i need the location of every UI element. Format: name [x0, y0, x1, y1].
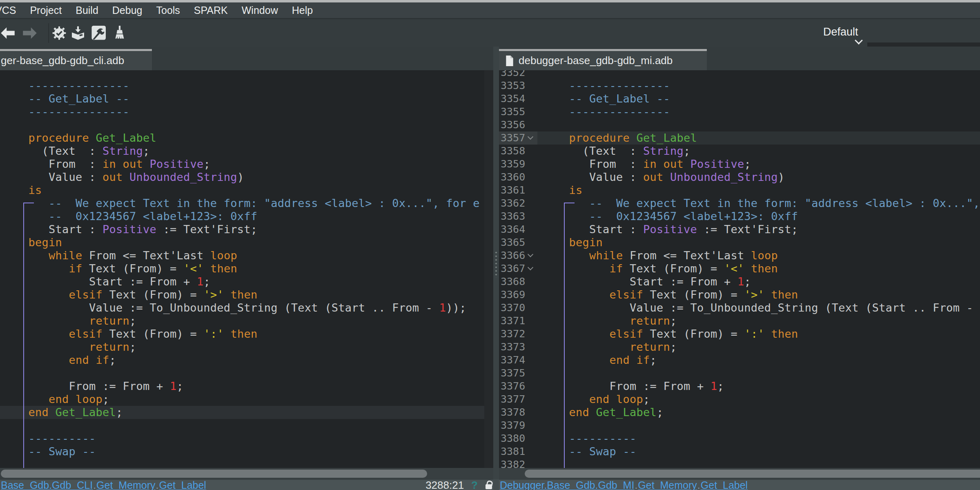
tab-gdb-mi-file[interactable]: debugger-base_gdb-gdb_mi.adb	[499, 49, 707, 70]
line-number[interactable]: 3366	[499, 249, 527, 262]
code-line[interactable]: 3369 elsif Text (From) = '>' then	[499, 288, 980, 301]
code-line[interactable]: 3371 return;	[499, 314, 980, 327]
menu-item-help[interactable]: Help	[292, 4, 313, 16]
code-line[interactable]: 3374 end if;	[499, 354, 980, 367]
code-line[interactable]: 3355 ---------------	[499, 105, 980, 118]
scrollbar-thumb[interactable]	[1, 470, 427, 478]
line-number[interactable]: 3367	[499, 262, 527, 275]
line-number[interactable]: 3378	[499, 406, 527, 419]
code-line[interactable]: elsif Text (From) = ':' then	[0, 327, 484, 341]
code-line[interactable]: end loop;	[0, 393, 484, 406]
code-line[interactable]: ----------	[0, 432, 484, 445]
line-number[interactable]: 3352	[499, 70, 527, 79]
menu-item-debug[interactable]: Debug	[112, 4, 143, 16]
code-line[interactable]: 3357 procedure Get_Label	[499, 131, 980, 145]
check-semantic-button[interactable]	[51, 26, 67, 40]
entity-link[interactable]: Debugger.Base_Gdb.Gdb_MI	[500, 480, 634, 490]
code-line[interactable]: 3375	[499, 367, 980, 380]
code-line[interactable]: 3379	[499, 419, 980, 432]
line-number[interactable]: 3377	[499, 393, 527, 406]
line-number[interactable]: 3354	[499, 92, 527, 105]
help-icon[interactable]: ?	[471, 479, 478, 490]
code-line[interactable]: 3362 -- We expect Text in the form: "add…	[499, 197, 980, 210]
right-editor-pane[interactable]: 33523353 ---------------3354 -- Get_Labe…	[499, 70, 980, 468]
unlocked-icon[interactable]	[485, 481, 492, 490]
perspective-selector[interactable]: Default	[823, 26, 858, 38]
code-line[interactable]: From := From + 1;	[0, 380, 484, 393]
code-line[interactable]: 3358 (Text : String;	[499, 145, 980, 158]
entity-link[interactable]: Get_Memory	[96, 480, 155, 490]
code-line[interactable]: -- 0x1234567 <label+123>: 0xff	[0, 210, 484, 223]
line-number[interactable]: 3363	[499, 210, 527, 223]
code-line[interactable]: end if;	[0, 354, 484, 367]
code-line[interactable]: 3377 end loop;	[499, 393, 980, 406]
code-line[interactable]: From : in out Positive;	[0, 158, 484, 171]
code-line[interactable]: 3368 Start := From + 1;	[499, 275, 980, 288]
code-line[interactable]: begin	[0, 236, 484, 249]
line-number[interactable]: 3368	[499, 275, 527, 288]
entity-link[interactable]: Base_Gdb.Gdb_CLI	[1, 480, 93, 490]
code-line[interactable]: 3381 -- Swap --	[499, 445, 980, 458]
code-line[interactable]: is	[0, 184, 484, 197]
build-project-button[interactable]	[91, 26, 106, 40]
code-line[interactable]: 3353 ---------------	[499, 79, 980, 92]
menu-item-tools[interactable]: Tools	[156, 4, 180, 16]
code-line[interactable]: 3359 From : in out Positive;	[499, 158, 980, 171]
install-package-button[interactable]	[70, 26, 86, 40]
menu-item-build[interactable]: Build	[76, 4, 98, 16]
clean-button[interactable]	[112, 26, 127, 40]
line-number[interactable]: 3373	[499, 341, 527, 354]
code-line[interactable]	[0, 118, 484, 131]
code-line[interactable]	[0, 70, 484, 79]
line-number[interactable]: 3353	[499, 79, 527, 92]
menu-item-spark[interactable]: SPARK	[194, 4, 228, 16]
code-line[interactable]: return;	[0, 314, 484, 327]
fold-chevron-icon[interactable]	[527, 134, 535, 142]
line-number[interactable]: 3357	[499, 131, 527, 145]
code-line[interactable]: 3367 if Text (From) = '<' then	[499, 262, 980, 275]
back-button[interactable]	[0, 26, 16, 40]
code-line[interactable]: 3360 Value : out Unbounded_String)	[499, 171, 980, 184]
line-number[interactable]: 3369	[499, 288, 527, 301]
left-vertical-scrollbar[interactable]	[484, 70, 493, 468]
code-line[interactable]: 3373 return;	[499, 341, 980, 354]
chevron-down-icon[interactable]	[856, 38, 862, 43]
line-number[interactable]: 3355	[499, 105, 527, 118]
code-line[interactable]: 3382	[499, 458, 980, 468]
menu-item-project[interactable]: Project	[30, 4, 62, 16]
code-line[interactable]: ---------------	[0, 79, 484, 92]
line-number[interactable]: 3376	[499, 380, 527, 393]
code-line[interactable]: 3352	[499, 70, 980, 79]
fold-chevron-icon[interactable]	[527, 265, 535, 273]
code-line[interactable]: procedure Get_Label	[0, 131, 484, 145]
scrollbar-thumb[interactable]	[525, 470, 980, 478]
line-number[interactable]: 3379	[499, 419, 527, 432]
entity-link[interactable]: Get_Label	[159, 480, 206, 490]
right-horizontal-scrollbar[interactable]	[499, 468, 980, 479]
code-line[interactable]: 3378 end Get_Label;	[499, 406, 980, 419]
code-line[interactable]: 3370 Value := To_Unbounded_String (Text …	[499, 301, 980, 314]
code-line[interactable]: 3376 From := From + 1;	[499, 380, 980, 393]
left-editor-pane[interactable]: --------------- -- Get_Label -- --------…	[0, 70, 484, 468]
menu-item-window[interactable]: Window	[242, 4, 278, 16]
entity-link[interactable]: Get_Label	[701, 480, 748, 490]
line-number[interactable]: 3372	[499, 327, 527, 341]
line-number[interactable]: 3359	[499, 158, 527, 171]
tab-gdb-cli-file[interactable]: ger-base_gdb-gdb_cli.adb	[0, 49, 152, 70]
code-line[interactable]: end Get_Label;	[0, 406, 484, 419]
line-number[interactable]: 3381	[499, 445, 527, 458]
code-line[interactable]: Value := To_Unbounded_String (Text (Star…	[0, 301, 484, 314]
code-line[interactable]: 3366 while From <= Text'Last loop	[499, 249, 980, 262]
line-number[interactable]: 3360	[499, 171, 527, 184]
left-horizontal-scrollbar[interactable]	[0, 468, 493, 479]
code-line[interactable]: 3356	[499, 118, 980, 131]
entity-link[interactable]: Get_Memory	[638, 480, 697, 490]
line-number[interactable]: 3371	[499, 314, 527, 327]
code-line[interactable]: 3380 ----------	[499, 432, 980, 445]
code-line[interactable]: 3354 -- Get_Label --	[499, 92, 980, 105]
line-number[interactable]: 3361	[499, 184, 527, 197]
code-line[interactable]: -- We expect Text in the form: "address …	[0, 197, 484, 210]
line-number[interactable]: 3374	[499, 354, 527, 367]
code-line[interactable]: 3365 begin	[499, 236, 980, 249]
fold-chevron-icon[interactable]	[527, 252, 535, 260]
